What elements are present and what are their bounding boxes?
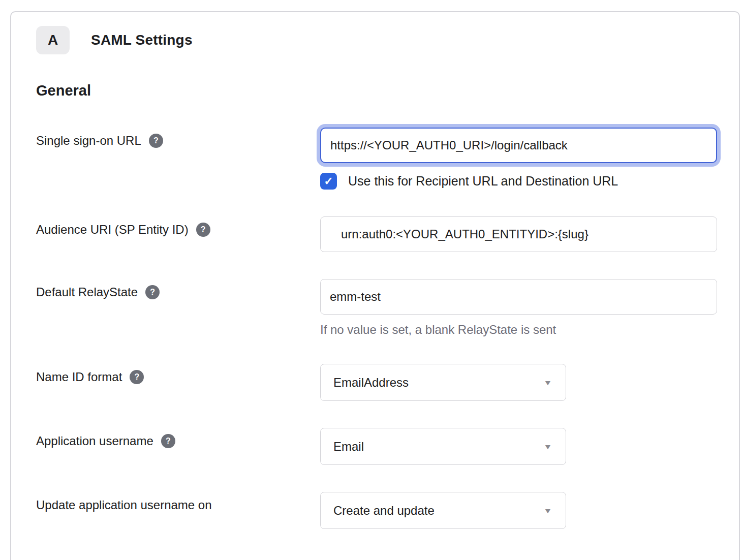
application-username-label: Application username: [36, 434, 153, 449]
section-title-general: General: [36, 82, 725, 99]
application-username-select[interactable]: Email ▼: [320, 428, 566, 465]
row-update-application-username-on: Update application username on Create an…: [36, 492, 725, 529]
row-name-id-format: Name ID format ? EmailAddress ▼: [36, 364, 725, 401]
panel-title: SAML Settings: [91, 32, 193, 48]
recipient-url-checkbox-label: Use this for Recipient URL and Destinati…: [348, 174, 618, 189]
panel-header: A SAML Settings: [36, 25, 725, 55]
step-badge: A: [36, 26, 70, 54]
checkmark-icon: ✓: [324, 175, 333, 188]
update-application-username-on-value: Create and update: [333, 504, 435, 518]
single-sign-on-url-input[interactable]: [320, 128, 717, 163]
single-sign-on-url-label: Single sign-on URL: [36, 134, 141, 148]
update-application-username-on-select[interactable]: Create and update ▼: [320, 492, 566, 529]
chevron-down-icon: ▼: [543, 443, 552, 451]
name-id-format-select[interactable]: EmailAddress ▼: [320, 364, 566, 401]
default-relaystate-label: Default RelayState: [36, 285, 138, 300]
chevron-down-icon: ▼: [543, 507, 552, 515]
audience-uri-label: Audience URI (SP Entity ID): [36, 223, 189, 237]
default-relaystate-input[interactable]: [320, 279, 717, 315]
row-default-relaystate: Default RelayState ? If no value is set,…: [36, 279, 725, 337]
help-icon[interactable]: ?: [149, 134, 163, 148]
application-username-value: Email: [333, 440, 364, 454]
help-icon[interactable]: ?: [130, 370, 144, 384]
relaystate-helper-text: If no value is set, a blank RelayState i…: [320, 323, 725, 337]
name-id-format-value: EmailAddress: [333, 376, 409, 390]
row-application-username: Application username ? Email ▼: [36, 428, 725, 465]
chevron-down-icon: ▼: [543, 379, 552, 387]
name-id-format-label: Name ID format: [36, 370, 122, 385]
help-icon[interactable]: ?: [196, 223, 210, 237]
update-application-username-on-label: Update application username on: [36, 498, 212, 513]
row-single-sign-on-url: Single sign-on URL ? ✓ Use this for Reci…: [36, 128, 725, 190]
help-icon[interactable]: ?: [145, 285, 160, 299]
recipient-url-checkbox[interactable]: ✓: [320, 173, 337, 190]
help-icon[interactable]: ?: [161, 434, 175, 448]
row-audience-uri: Audience URI (SP Entity ID) ?: [36, 216, 725, 252]
audience-uri-input[interactable]: [320, 216, 717, 252]
saml-settings-panel: A SAML Settings General Single sign-on U…: [10, 11, 740, 560]
